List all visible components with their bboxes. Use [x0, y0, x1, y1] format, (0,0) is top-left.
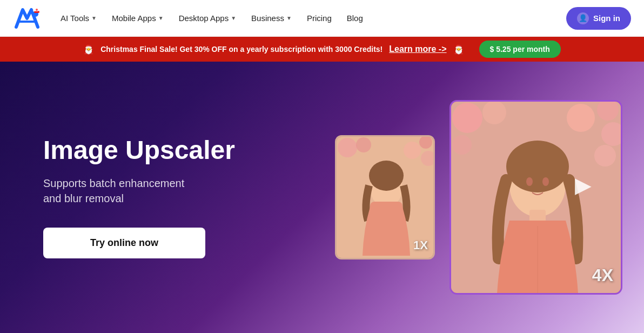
svg-point-2: [36, 9, 38, 11]
nav-item-desktop-apps[interactable]: Desktop Apps ▼: [172, 9, 243, 27]
svg-point-25: [542, 177, 549, 186]
svg-point-24: [526, 177, 533, 186]
promo-icon-right: 🎅: [453, 44, 464, 55]
logo[interactable]: [13, 6, 41, 30]
user-icon: 👤: [577, 12, 589, 24]
nav-item-pricing[interactable]: Pricing: [300, 9, 338, 27]
promo-banner: 🎅 Christmas Final Sale! Get 30% OFF on a…: [0, 37, 644, 62]
hero-section: Image Upscaler Supports batch enhancemen…: [0, 62, 644, 333]
after-label: 4X: [592, 265, 613, 285]
nav-item-ai-tools[interactable]: AI Tools ▼: [54, 9, 103, 27]
nav-items: AI Tools ▼ Mobile Apps ▼ Desktop Apps ▼ …: [54, 9, 562, 27]
hero-images: 1X ▶: [335, 100, 622, 295]
svg-point-15: [452, 103, 482, 133]
promo-link[interactable]: Learn more ->: [389, 44, 446, 54]
hero-content: Image Upscaler Supports batch enhancemen…: [43, 136, 270, 258]
promo-price-button[interactable]: $ 5.25 per month: [479, 41, 561, 58]
svg-point-4: [338, 138, 357, 157]
before-image: 1X: [335, 135, 435, 259]
svg-point-20: [452, 135, 472, 155]
nav-item-mobile-apps[interactable]: Mobile Apps ▼: [105, 9, 170, 27]
image-comparison: 1X ▶: [335, 100, 622, 295]
svg-point-17: [567, 104, 595, 132]
promo-text: Christmas Final Sale! Get 30% OFF on a y…: [100, 45, 383, 54]
promo-icon-left: 🎅: [83, 44, 94, 55]
nav-item-business[interactable]: Business ▼: [245, 9, 298, 27]
hero-title: Image Upscaler: [43, 136, 270, 165]
svg-point-13: [369, 161, 404, 191]
after-image: 4X: [450, 100, 622, 295]
signin-button[interactable]: 👤 Sign in: [566, 7, 631, 30]
svg-point-21: [594, 145, 616, 166]
chevron-down-icon: ▼: [91, 15, 97, 21]
chevron-down-icon: ▼: [231, 15, 236, 21]
comparison-arrow: ▶: [575, 172, 592, 197]
chevron-down-icon: ▼: [286, 15, 292, 21]
hero-subtitle: Supports batch enhancementand blur remov…: [43, 176, 270, 206]
nav-item-blog[interactable]: Blog: [340, 9, 370, 27]
svg-point-23: [506, 141, 569, 192]
chevron-down-icon: ▼: [158, 15, 164, 21]
navbar: AI Tools ▼ Mobile Apps ▼ Desktop Apps ▼ …: [0, 0, 644, 37]
before-label: 1X: [413, 238, 428, 252]
svg-point-16: [482, 102, 506, 124]
svg-point-5: [356, 137, 371, 152]
try-online-button[interactable]: Try online now: [43, 228, 205, 258]
svg-point-6: [404, 142, 421, 159]
